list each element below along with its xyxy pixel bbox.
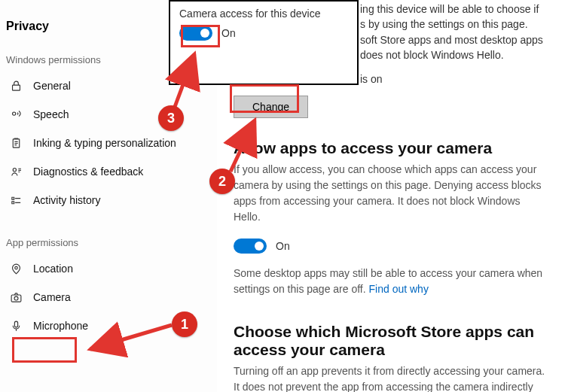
sidebar-item-microphone[interactable]: Microphone: [0, 311, 216, 340]
svg-point-1: [12, 111, 15, 114]
sidebar-item-label: Location: [33, 263, 73, 275]
camera-access-toggle[interactable]: [179, 26, 212, 41]
svg-rect-0: [12, 85, 20, 90]
camera-icon: [9, 290, 23, 304]
sidebar-item-diagnostics[interactable]: Diagnostics & feedback: [0, 157, 216, 186]
timeline-icon: [9, 193, 23, 207]
popup-toggle-row: On: [179, 26, 348, 41]
sidebar-item-label: Microphone: [33, 320, 88, 332]
fragment-line: ing this device will be able to choose i…: [360, 2, 545, 17]
svg-rect-5: [11, 294, 21, 301]
allow-apps-body: If you allow access, you can choose whic…: [234, 162, 545, 225]
sidebar-item-camera[interactable]: Camera: [0, 283, 216, 311]
camera-access-toggle-label: On: [221, 27, 236, 39]
popup-title: Camera access for this device: [179, 8, 348, 20]
clipboard-icon: [9, 136, 23, 150]
sidebar-item-inking[interactable]: Inking & typing personalization: [0, 129, 216, 157]
allow-apps-toggle-row: On: [234, 239, 545, 254]
location-icon: [9, 262, 23, 275]
desktop-apps-note: Some desktop apps may still be able to a…: [234, 266, 545, 297]
lock-icon: [9, 79, 23, 93]
choose-apps-body: Turning off an app prevents it from dire…: [234, 363, 545, 392]
microphone-icon: [9, 319, 23, 333]
sidebar-item-label: General: [33, 80, 71, 92]
allow-apps-toggle-label: On: [276, 240, 290, 252]
allow-apps-toggle[interactable]: [234, 239, 267, 254]
svg-point-6: [14, 296, 18, 300]
sidebar-item-label: Camera: [33, 291, 71, 303]
choose-apps-heading: Choose which Microsoft Store apps can ac…: [234, 323, 545, 359]
sidebar-item-label: Diagnostics & feedback: [33, 166, 143, 178]
speech-icon: [9, 108, 23, 121]
sidebar-item-label: Activity history: [33, 194, 100, 206]
feedback-icon: [9, 165, 23, 178]
camera-access-popup: Camera access for this device On: [169, 0, 359, 85]
fragment-line: does not block Windows Hello.: [360, 47, 545, 62]
allow-apps-heading: Allow apps to access your camera: [234, 139, 545, 157]
svg-point-4: [14, 266, 17, 269]
sidebar-item-activity[interactable]: Activity history: [0, 186, 216, 214]
svg-rect-7: [14, 321, 17, 327]
fragment-line: soft Store apps and most desktop apps: [360, 32, 545, 47]
fragment-line: s by using the settings on this page.: [360, 17, 545, 32]
sidebar-item-speech[interactable]: Speech: [0, 100, 216, 129]
section-app-permissions: App permissions: [0, 229, 216, 254]
sidebar-item-location[interactable]: Location: [0, 254, 216, 283]
svg-point-3: [13, 168, 16, 171]
sidebar-item-label: Inking & typing personalization: [33, 137, 176, 149]
find-out-why-link[interactable]: Find out why: [369, 283, 429, 295]
change-button[interactable]: Change: [234, 96, 308, 118]
sidebar-item-label: Speech: [33, 108, 69, 120]
